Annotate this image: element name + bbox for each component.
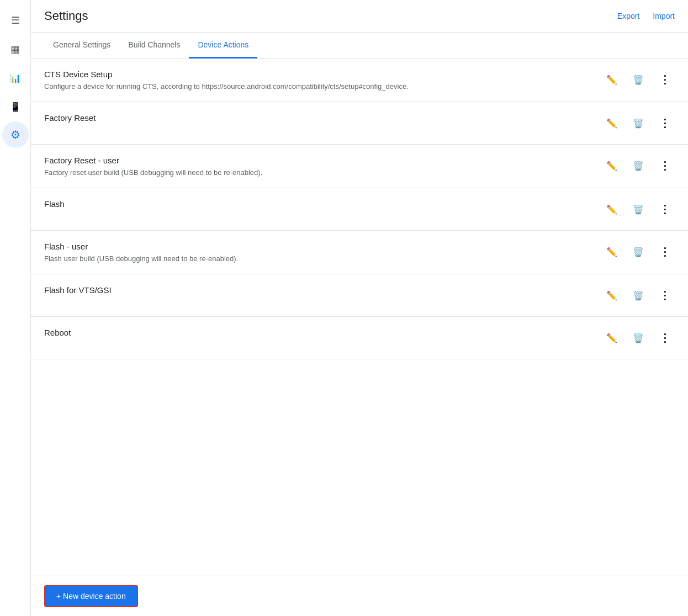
- pencil-icon: ✏️: [606, 75, 617, 85]
- tab-general-settings[interactable]: General Settings: [44, 33, 119, 59]
- action-name-flash-vts-gsi: Flash for VTS/GSI: [44, 285, 593, 295]
- action-name-factory-reset: Factory Reset: [44, 113, 593, 123]
- action-name-flash-user: Flash - user: [44, 242, 593, 251]
- action-name-flash: Flash: [44, 199, 593, 209]
- edit-button-cts-device-setup[interactable]: ✏️: [602, 70, 622, 89]
- more-button-factory-reset[interactable]: ⋮: [655, 113, 675, 133]
- sidebar-item-list[interactable]: [2, 7, 29, 33]
- more-icon: ⋮: [659, 332, 670, 343]
- action-description-flash-user: Flash user build (USB debugging will nee…: [44, 254, 593, 263]
- delete-button-factory-reset-user[interactable]: 🗑️: [628, 156, 648, 176]
- action-item-flash: Flash✏️🗑️⋮: [31, 188, 688, 231]
- trash-icon: 🗑️: [633, 204, 644, 215]
- action-item-cts-device-setup: CTS Device SetupConfigure a device for r…: [31, 59, 688, 102]
- action-controls-flash-user: ✏️🗑️⋮: [602, 242, 675, 262]
- action-controls-flash: ✏️🗑️⋮: [602, 199, 675, 219]
- delete-button-cts-device-setup[interactable]: 🗑️: [628, 70, 648, 89]
- main-content: Settings Export Import General Settings …: [31, 0, 688, 616]
- more-button-flash-user[interactable]: ⋮: [655, 242, 675, 262]
- more-button-reboot[interactable]: ⋮: [655, 328, 675, 348]
- header: Settings Export Import: [31, 0, 688, 33]
- action-item-reboot: Reboot✏️🗑️⋮: [31, 317, 688, 359]
- action-item-flash-user: Flash - userFlash user build (USB debugg…: [31, 231, 688, 274]
- action-info-flash-vts-gsi: Flash for VTS/GSI: [44, 285, 593, 298]
- pencil-icon: ✏️: [606, 290, 617, 301]
- edit-button-flash-user[interactable]: ✏️: [602, 242, 622, 262]
- trash-icon: 🗑️: [633, 333, 644, 343]
- action-controls-cts-device-setup: ✏️🗑️⋮: [602, 70, 675, 89]
- pencil-icon: ✏️: [606, 247, 617, 257]
- import-link[interactable]: Import: [653, 12, 675, 20]
- delete-button-flash-user[interactable]: 🗑️: [628, 242, 648, 262]
- settings-icon: [10, 128, 20, 141]
- bottom-bar: + New device action: [31, 576, 688, 616]
- page-title: Settings: [44, 9, 88, 23]
- pencil-icon: ✏️: [606, 118, 617, 129]
- action-controls-factory-reset-user: ✏️🗑️⋮: [602, 156, 675, 176]
- action-name-factory-reset-user: Factory Reset - user: [44, 156, 593, 165]
- sidebar: [0, 0, 31, 616]
- action-controls-factory-reset: ✏️🗑️⋮: [602, 113, 675, 133]
- sidebar-item-phone[interactable]: [2, 93, 29, 119]
- trash-icon: 🗑️: [633, 161, 644, 171]
- action-info-flash: Flash: [44, 199, 593, 212]
- phone-icon: [10, 100, 21, 113]
- more-icon: ⋮: [659, 290, 670, 301]
- more-icon: ⋮: [659, 118, 670, 129]
- edit-button-flash-vts-gsi[interactable]: ✏️: [602, 285, 622, 305]
- chart-icon: [10, 71, 21, 84]
- action-info-factory-reset-user: Factory Reset - userFactory reset user b…: [44, 156, 593, 177]
- delete-button-flash-vts-gsi[interactable]: 🗑️: [628, 285, 648, 305]
- trash-icon: 🗑️: [633, 290, 644, 301]
- trash-icon: 🗑️: [633, 118, 644, 129]
- header-actions: Export Import: [617, 12, 675, 20]
- pencil-icon: ✏️: [606, 333, 617, 343]
- list-icon: [11, 14, 20, 26]
- delete-button-factory-reset[interactable]: 🗑️: [628, 113, 648, 133]
- tab-build-channels[interactable]: Build Channels: [119, 33, 189, 59]
- more-button-flash-vts-gsi[interactable]: ⋮: [655, 285, 675, 305]
- content-area: CTS Device SetupConfigure a device for r…: [31, 59, 688, 576]
- sidebar-item-settings[interactable]: [2, 121, 29, 148]
- edit-button-factory-reset-user[interactable]: ✏️: [602, 156, 622, 176]
- new-device-action-button[interactable]: + New device action: [44, 585, 138, 607]
- action-info-cts-device-setup: CTS Device SetupConfigure a device for r…: [44, 70, 593, 91]
- action-info-reboot: Reboot: [44, 328, 593, 341]
- tab-device-actions[interactable]: Device Actions: [189, 33, 257, 59]
- action-info-flash-user: Flash - userFlash user build (USB debugg…: [44, 242, 593, 263]
- delete-button-flash[interactable]: 🗑️: [628, 199, 648, 219]
- action-description-cts-device-setup: Configure a device for running CTS, acco…: [44, 82, 593, 91]
- sidebar-item-calendar[interactable]: [2, 35, 29, 62]
- action-description-factory-reset-user: Factory reset user build (USB debugging …: [44, 168, 593, 177]
- edit-button-reboot[interactable]: ✏️: [602, 328, 622, 348]
- pencil-icon: ✏️: [606, 161, 617, 171]
- action-item-flash-vts-gsi: Flash for VTS/GSI✏️🗑️⋮: [31, 274, 688, 317]
- more-icon: ⋮: [659, 74, 670, 85]
- calendar-icon: [10, 43, 20, 55]
- delete-button-reboot[interactable]: 🗑️: [628, 328, 648, 348]
- tabs: General Settings Build Channels Device A…: [31, 33, 688, 59]
- sidebar-item-chart[interactable]: [2, 64, 29, 91]
- action-info-factory-reset: Factory Reset: [44, 113, 593, 126]
- more-icon: ⋮: [659, 160, 670, 171]
- more-icon: ⋮: [659, 246, 670, 257]
- trash-icon: 🗑️: [633, 247, 644, 257]
- action-name-reboot: Reboot: [44, 328, 593, 337]
- action-item-factory-reset: Factory Reset✏️🗑️⋮: [31, 102, 688, 145]
- export-link[interactable]: Export: [617, 12, 639, 20]
- more-button-flash[interactable]: ⋮: [655, 199, 675, 219]
- more-icon: ⋮: [659, 204, 670, 215]
- action-item-factory-reset-user: Factory Reset - userFactory reset user b…: [31, 145, 688, 188]
- trash-icon: 🗑️: [633, 75, 644, 85]
- action-controls-reboot: ✏️🗑️⋮: [602, 328, 675, 348]
- edit-button-flash[interactable]: ✏️: [602, 199, 622, 219]
- action-controls-flash-vts-gsi: ✏️🗑️⋮: [602, 285, 675, 305]
- pencil-icon: ✏️: [606, 204, 617, 215]
- edit-button-factory-reset[interactable]: ✏️: [602, 113, 622, 133]
- action-list: CTS Device SetupConfigure a device for r…: [31, 59, 688, 359]
- more-button-factory-reset-user[interactable]: ⋮: [655, 156, 675, 176]
- action-name-cts-device-setup: CTS Device Setup: [44, 70, 593, 79]
- more-button-cts-device-setup[interactable]: ⋮: [655, 70, 675, 89]
